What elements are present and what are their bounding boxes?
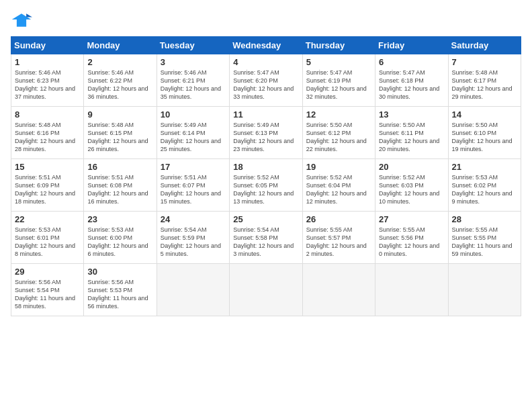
day-number: 29 bbox=[15, 267, 80, 277]
day-number: 1 bbox=[15, 57, 80, 67]
day-number: 13 bbox=[379, 109, 444, 120]
calendar-table: SundayMondayTuesdayWednesdayThursdayFrid… bbox=[11, 36, 521, 316]
day-number: 19 bbox=[306, 162, 371, 172]
calendar-body: 1 Sunrise: 5:46 AM Sunset: 6:23 PM Dayli… bbox=[11, 54, 521, 316]
day-info: Sunrise: 5:51 AM Sunset: 6:09 PM Dayligh… bbox=[15, 173, 80, 206]
column-header-thursday: Thursday bbox=[302, 37, 375, 54]
day-number: 25 bbox=[233, 214, 298, 224]
calendar-cell: 5 Sunrise: 5:47 AM Sunset: 6:19 PM Dayli… bbox=[302, 54, 375, 107]
day-info: Sunrise: 5:55 AM Sunset: 5:56 PM Dayligh… bbox=[379, 226, 444, 259]
day-info: Sunrise: 5:46 AM Sunset: 6:22 PM Dayligh… bbox=[87, 68, 152, 101]
calendar-cell: 6 Sunrise: 5:47 AM Sunset: 6:18 PM Dayli… bbox=[375, 54, 448, 107]
day-info: Sunrise: 5:53 AM Sunset: 6:00 PM Dayligh… bbox=[87, 226, 152, 259]
column-header-monday: Monday bbox=[84, 37, 157, 54]
day-number: 17 bbox=[161, 162, 226, 172]
calendar-cell: 29 Sunrise: 5:56 AM Sunset: 5:54 PM Dayl… bbox=[11, 264, 84, 316]
calendar-cell bbox=[375, 264, 448, 316]
day-info: Sunrise: 5:50 AM Sunset: 6:11 PM Dayligh… bbox=[379, 121, 444, 154]
day-number: 4 bbox=[233, 57, 298, 67]
day-info: Sunrise: 5:56 AM Sunset: 5:54 PM Dayligh… bbox=[15, 278, 80, 311]
day-number: 14 bbox=[452, 109, 517, 120]
calendar-cell: 12 Sunrise: 5:50 AM Sunset: 6:12 PM Dayl… bbox=[302, 107, 375, 159]
day-number: 26 bbox=[306, 214, 371, 224]
day-info: Sunrise: 5:53 AM Sunset: 6:01 PM Dayligh… bbox=[15, 226, 80, 259]
day-number: 8 bbox=[15, 109, 80, 120]
day-info: Sunrise: 5:50 AM Sunset: 6:12 PM Dayligh… bbox=[306, 121, 371, 154]
calendar-cell: 27 Sunrise: 5:55 AM Sunset: 5:56 PM Dayl… bbox=[375, 212, 448, 264]
calendar-cell: 23 Sunrise: 5:53 AM Sunset: 6:00 PM Dayl… bbox=[84, 212, 157, 264]
day-info: Sunrise: 5:53 AM Sunset: 6:02 PM Dayligh… bbox=[452, 173, 517, 206]
calendar-cell: 7 Sunrise: 5:48 AM Sunset: 6:17 PM Dayli… bbox=[448, 54, 521, 107]
day-number: 6 bbox=[379, 57, 444, 67]
day-number: 30 bbox=[87, 267, 152, 277]
week-row-1: 1 Sunrise: 5:46 AM Sunset: 6:23 PM Dayli… bbox=[11, 54, 521, 107]
column-header-friday: Friday bbox=[375, 37, 448, 54]
page: SundayMondayTuesdayWednesdayThursdayFrid… bbox=[0, 0, 532, 411]
day-number: 5 bbox=[306, 57, 371, 67]
calendar-cell: 15 Sunrise: 5:51 AM Sunset: 6:09 PM Dayl… bbox=[11, 159, 84, 212]
calendar-cell bbox=[448, 264, 521, 316]
day-info: Sunrise: 5:47 AM Sunset: 6:19 PM Dayligh… bbox=[306, 68, 371, 101]
day-info: Sunrise: 5:52 AM Sunset: 6:03 PM Dayligh… bbox=[379, 173, 444, 206]
day-info: Sunrise: 5:48 AM Sunset: 6:16 PM Dayligh… bbox=[15, 121, 80, 154]
week-row-5: 29 Sunrise: 5:56 AM Sunset: 5:54 PM Dayl… bbox=[11, 264, 521, 316]
svg-marker-1 bbox=[26, 13, 32, 17]
day-info: Sunrise: 5:55 AM Sunset: 5:55 PM Dayligh… bbox=[452, 226, 517, 259]
header bbox=[11, 11, 521, 30]
day-number: 24 bbox=[161, 214, 226, 224]
day-number: 28 bbox=[452, 214, 517, 224]
day-number: 27 bbox=[379, 214, 444, 224]
day-info: Sunrise: 5:46 AM Sunset: 6:21 PM Dayligh… bbox=[161, 68, 226, 101]
day-number: 9 bbox=[87, 109, 152, 120]
calendar-cell: 28 Sunrise: 5:55 AM Sunset: 5:55 PM Dayl… bbox=[448, 212, 521, 264]
day-number: 7 bbox=[452, 57, 517, 67]
day-info: Sunrise: 5:54 AM Sunset: 5:59 PM Dayligh… bbox=[161, 226, 226, 259]
calendar-cell: 20 Sunrise: 5:52 AM Sunset: 6:03 PM Dayl… bbox=[375, 159, 448, 212]
calendar-cell bbox=[230, 264, 302, 316]
day-info: Sunrise: 5:52 AM Sunset: 6:05 PM Dayligh… bbox=[233, 173, 298, 206]
calendar-cell: 22 Sunrise: 5:53 AM Sunset: 6:01 PM Dayl… bbox=[11, 212, 84, 264]
calendar-cell: 4 Sunrise: 5:47 AM Sunset: 6:20 PM Dayli… bbox=[230, 54, 302, 107]
calendar-cell: 24 Sunrise: 5:54 AM Sunset: 5:59 PM Dayl… bbox=[157, 212, 229, 264]
calendar-cell: 30 Sunrise: 5:56 AM Sunset: 5:53 PM Dayl… bbox=[84, 264, 157, 316]
day-info: Sunrise: 5:55 AM Sunset: 5:57 PM Dayligh… bbox=[306, 226, 371, 259]
calendar-cell: 3 Sunrise: 5:46 AM Sunset: 6:21 PM Dayli… bbox=[157, 54, 229, 107]
calendar-cell: 17 Sunrise: 5:51 AM Sunset: 6:07 PM Dayl… bbox=[157, 159, 229, 212]
calendar-cell bbox=[302, 264, 375, 316]
calendar-cell: 13 Sunrise: 5:50 AM Sunset: 6:11 PM Dayl… bbox=[375, 107, 448, 159]
day-info: Sunrise: 5:46 AM Sunset: 6:23 PM Dayligh… bbox=[15, 68, 80, 101]
day-info: Sunrise: 5:50 AM Sunset: 6:10 PM Dayligh… bbox=[452, 121, 517, 154]
day-info: Sunrise: 5:54 AM Sunset: 5:58 PM Dayligh… bbox=[233, 226, 298, 259]
header-row: SundayMondayTuesdayWednesdayThursdayFrid… bbox=[11, 37, 521, 54]
day-info: Sunrise: 5:48 AM Sunset: 6:15 PM Dayligh… bbox=[87, 121, 152, 154]
logo bbox=[11, 11, 35, 30]
column-header-tuesday: Tuesday bbox=[157, 37, 229, 54]
day-info: Sunrise: 5:48 AM Sunset: 6:17 PM Dayligh… bbox=[452, 68, 517, 101]
calendar-cell bbox=[157, 264, 229, 316]
day-number: 22 bbox=[15, 214, 80, 224]
day-number: 12 bbox=[306, 109, 371, 120]
calendar-cell: 26 Sunrise: 5:55 AM Sunset: 5:57 PM Dayl… bbox=[302, 212, 375, 264]
day-number: 10 bbox=[161, 109, 226, 120]
day-info: Sunrise: 5:51 AM Sunset: 6:07 PM Dayligh… bbox=[161, 173, 226, 206]
day-number: 20 bbox=[379, 162, 444, 172]
calendar-cell: 18 Sunrise: 5:52 AM Sunset: 6:05 PM Dayl… bbox=[230, 159, 302, 212]
day-number: 3 bbox=[161, 57, 226, 67]
day-number: 16 bbox=[87, 162, 152, 172]
week-row-3: 15 Sunrise: 5:51 AM Sunset: 6:09 PM Dayl… bbox=[11, 159, 521, 212]
calendar-cell: 14 Sunrise: 5:50 AM Sunset: 6:10 PM Dayl… bbox=[448, 107, 521, 159]
day-number: 18 bbox=[233, 162, 298, 172]
column-header-sunday: Sunday bbox=[11, 37, 84, 54]
calendar-cell: 2 Sunrise: 5:46 AM Sunset: 6:22 PM Dayli… bbox=[84, 54, 157, 107]
calendar-cell: 1 Sunrise: 5:46 AM Sunset: 6:23 PM Dayli… bbox=[11, 54, 84, 107]
week-row-4: 22 Sunrise: 5:53 AM Sunset: 6:01 PM Dayl… bbox=[11, 212, 521, 264]
day-info: Sunrise: 5:56 AM Sunset: 5:53 PM Dayligh… bbox=[87, 278, 152, 311]
calendar-cell: 16 Sunrise: 5:51 AM Sunset: 6:08 PM Dayl… bbox=[84, 159, 157, 212]
column-header-wednesday: Wednesday bbox=[230, 37, 302, 54]
day-info: Sunrise: 5:47 AM Sunset: 6:18 PM Dayligh… bbox=[379, 68, 444, 101]
calendar-cell: 21 Sunrise: 5:53 AM Sunset: 6:02 PM Dayl… bbox=[448, 159, 521, 212]
day-number: 15 bbox=[15, 162, 80, 172]
logo-icon bbox=[11, 11, 32, 30]
day-info: Sunrise: 5:49 AM Sunset: 6:14 PM Dayligh… bbox=[161, 121, 226, 154]
day-info: Sunrise: 5:52 AM Sunset: 6:04 PM Dayligh… bbox=[306, 173, 371, 206]
